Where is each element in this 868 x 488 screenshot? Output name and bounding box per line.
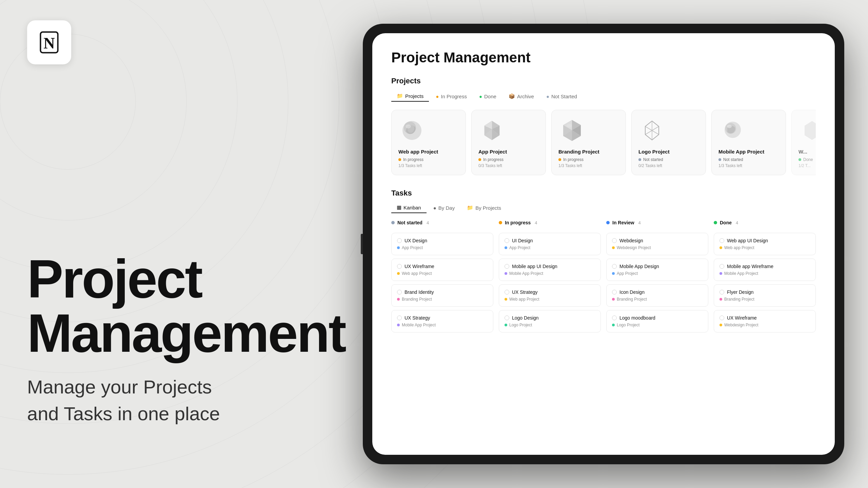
archive-icon: 📦: [509, 93, 515, 99]
svg-line-34: [652, 130, 659, 135]
task-checkbox: [505, 238, 509, 243]
task-name: UX Wireframe: [719, 315, 810, 321]
task-project: Web app Project: [397, 271, 488, 276]
task-card[interactable]: Logo Design Logo Project: [499, 310, 601, 332]
project-dot: [612, 246, 615, 249]
project-card-webapp[interactable]: Web app Project In progress 1/3 Tasks le…: [391, 110, 466, 175]
tablet-screen: Project Management Projects 📁 Projects ●…: [372, 33, 835, 455]
task-name: Mobile App Design: [612, 264, 703, 269]
task-card[interactable]: UI Design App Project: [499, 233, 601, 255]
tab-archive[interactable]: 📦 Archive: [503, 91, 539, 101]
task-project: Mobile App Project: [397, 323, 488, 327]
project-dot: [505, 246, 507, 249]
task-name: Webdesign: [612, 238, 703, 243]
column-count: 4: [638, 220, 641, 225]
tab-by-day[interactable]: ● By Day: [428, 203, 460, 213]
project-dot: [505, 272, 507, 275]
tab-in-progress[interactable]: ● In Progress: [430, 92, 472, 101]
project-dot: [505, 324, 507, 326]
card-tasks: 1/2 T...: [798, 163, 816, 168]
task-checkbox: [397, 316, 402, 320]
svg-marker-41: [805, 121, 816, 140]
task-checkbox: [397, 264, 402, 269]
task-checkbox: [505, 290, 509, 294]
column-title: Done: [720, 220, 732, 225]
task-name: Mobile app UI Design: [505, 264, 595, 269]
column-count: 4: [535, 220, 537, 225]
task-checkbox: [612, 238, 617, 243]
project-dot: [397, 298, 400, 301]
folder-icon: 📁: [397, 93, 403, 99]
status-dot: [398, 158, 401, 161]
task-card[interactable]: Mobile App Design App Project: [606, 259, 708, 281]
task-name: Web app UI Design: [719, 238, 810, 243]
project-dot: [612, 272, 615, 275]
task-card[interactable]: Logo moodboard Logo Project: [606, 310, 708, 332]
task-checkbox: [612, 264, 617, 269]
task-project: App Project: [397, 245, 488, 250]
task-card[interactable]: Web app UI Design Web app Project: [714, 233, 816, 255]
task-name: Flyer Design: [719, 289, 810, 295]
tab-not-started[interactable]: ● Not Started: [541, 92, 583, 101]
task-checkbox: [719, 238, 724, 243]
task-checkbox: [505, 316, 509, 320]
task-project: Branding Project: [719, 297, 810, 302]
tab-done[interactable]: ● Done: [474, 92, 502, 101]
task-name: Logo Design: [505, 315, 595, 321]
tab-by-projects[interactable]: 📁 By Projects: [461, 203, 507, 213]
tablet-device: Project Management Projects 📁 Projects ●…: [363, 24, 844, 464]
project-dot: [719, 298, 722, 301]
tab-kanban[interactable]: ▦ Kanban: [391, 202, 427, 213]
tab-projects[interactable]: 📁 Projects: [391, 91, 429, 102]
column-header-not-started: Not started 4: [391, 220, 493, 228]
notion-app: Project Management Projects 📁 Projects ●…: [372, 33, 835, 455]
card-tasks: 1/3 Tasks left: [558, 163, 619, 168]
task-card[interactable]: UX Wireframe Web app Project: [391, 259, 493, 281]
status-dot: [638, 158, 641, 161]
project-cards-container: Web app Project In progress 1/3 Tasks le…: [391, 110, 816, 175]
column-header-in-review: In Review 4: [606, 220, 708, 228]
dot-icon: ●: [433, 205, 436, 211]
task-card[interactable]: Mobile app UI Design Mobile App Project: [499, 259, 601, 281]
task-name: UX Wireframe: [397, 264, 488, 269]
tasks-section-title: Tasks: [391, 189, 816, 198]
task-card[interactable]: Webdesign Webdesign Project: [606, 233, 708, 255]
task-card[interactable]: Mobile app Wireframe Mobile App Project: [714, 259, 816, 281]
project-card-mobile[interactable]: Mobile App Project Not started 1/3 Tasks…: [711, 110, 786, 175]
status-dot: [478, 158, 481, 161]
card-tasks: 0/3 Tasks left: [478, 163, 539, 168]
project-card-logo[interactable]: Logo Project Not started 0/2 Tasks left: [631, 110, 706, 175]
column-status-dot: [606, 221, 610, 224]
task-checkbox: [719, 316, 724, 320]
task-checkbox: [397, 290, 402, 294]
project-card-extra[interactable]: W... Done 1/2 T...: [791, 110, 816, 175]
task-card[interactable]: UX Strategy Mobile App Project: [391, 310, 493, 332]
kanban-icon: ▦: [397, 204, 401, 210]
column-count: 4: [736, 220, 738, 225]
task-project: Mobile App Project: [505, 271, 595, 276]
task-name: UI Design: [505, 238, 595, 243]
task-card[interactable]: Flyer Design Branding Project: [714, 284, 816, 307]
page-title: Project Management: [391, 49, 816, 66]
card-name: Logo Project: [638, 149, 699, 155]
task-card[interactable]: Brand Identity Branding Project: [391, 284, 493, 307]
task-card[interactable]: Icon Design Branding Project: [606, 284, 708, 307]
project-dot: [505, 298, 507, 301]
task-card[interactable]: UX Strategy Web app Project: [499, 284, 601, 307]
status-dot: [718, 158, 721, 161]
task-card[interactable]: UX Wireframe Webdesign Project: [714, 310, 816, 332]
project-card-branding[interactable]: Branding Project In progress 1/3 Tasks l…: [551, 110, 626, 175]
project-dot: [397, 246, 400, 249]
project-card-app[interactable]: App Project In progress 0/3 Tasks left: [471, 110, 546, 175]
folder-icon: 📁: [467, 205, 473, 211]
card-tasks: 1/3 Tasks left: [398, 163, 459, 168]
task-card[interactable]: UX Design App Project: [391, 233, 493, 255]
gem-icon-branding: [558, 117, 586, 144]
column-count: 4: [427, 220, 429, 225]
projects-tab-bar: 📁 Projects ● In Progress ● Done 📦 Archiv…: [391, 91, 816, 102]
svg-text:N: N: [43, 35, 55, 52]
dot-icon: ●: [436, 94, 439, 99]
task-name: Icon Design: [612, 289, 703, 295]
column-status-dot: [499, 221, 502, 224]
notion-logo: N: [27, 20, 71, 64]
